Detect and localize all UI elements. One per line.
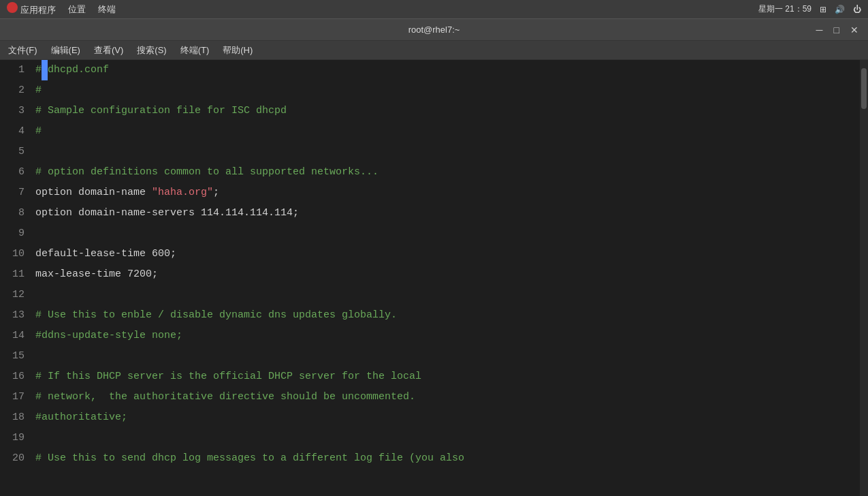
line-numbers: 1234567891011121314151617181920 (0, 60, 29, 496)
app-icon-container: 应用程序 (7, 2, 56, 16)
table-row: # If this DHCP server is the official DH… (35, 367, 860, 387)
line-number: 1 (0, 60, 25, 80)
table-row (35, 142, 860, 162)
line-number: 18 (0, 407, 25, 428)
title-bar: root@rhel7:~ ─ □ ✕ (0, 19, 868, 41)
code-area: 1234567891011121314151617181920 # dhcpd.… (0, 60, 868, 496)
menu-search[interactable]: 搜索(S) (131, 43, 172, 58)
table-row: # Sample configuration file for ISC dhcp… (35, 101, 860, 121)
line-number: 2 (0, 80, 25, 101)
table-row: max-lease-time 7200; (35, 264, 860, 285)
minimize-button[interactable]: ─ (814, 23, 826, 37)
scrollbar-track[interactable] (860, 60, 868, 496)
system-bar-right: 星期一 21：59 ⊞ 🔊 ⏻ (758, 3, 861, 15)
line-number: 5 (0, 142, 25, 162)
line-number: 13 (0, 305, 25, 326)
line-number: 20 (0, 448, 25, 469)
title-bar-controls: ─ □ ✕ (814, 23, 861, 37)
volume-icon: 🔊 (835, 5, 845, 14)
power-icon[interactable]: ⏻ (853, 5, 861, 14)
terminal-menu[interactable]: 终端 (98, 3, 116, 16)
line-number: 17 (0, 387, 25, 407)
window-title: root@rhel7:~ (408, 25, 460, 35)
line-number: 10 (0, 244, 25, 264)
code-lines[interactable]: # dhcpd.conf## Sample configuration file… (29, 60, 860, 496)
menu-edit[interactable]: 编辑(E) (46, 43, 86, 58)
table-row: # option definitions common to all suppo… (35, 162, 860, 183)
table-row: #authoritative; (35, 407, 860, 428)
system-bar-left: 应用程序 位置 终端 (7, 2, 116, 16)
table-row: option domain-name-servers 114.114.114.1… (35, 203, 860, 223)
table-row: # Use this to enble / disable dynamic dn… (35, 305, 860, 326)
editor-content[interactable]: 1234567891011121314151617181920 # dhcpd.… (0, 60, 868, 496)
line-number: 14 (0, 326, 25, 346)
table-row: default-lease-time 600; (35, 244, 860, 264)
table-row: # network, the authoritative directive s… (35, 387, 860, 407)
network-icon: ⊞ (820, 5, 826, 14)
table-row: option domain-name "haha.org"; (35, 183, 860, 203)
menu-bar: 文件(F) 编辑(E) 查看(V) 搜索(S) 终端(T) 帮助(H) (0, 41, 868, 60)
line-number: 11 (0, 264, 25, 285)
line-number: 8 (0, 203, 25, 223)
cursor (42, 60, 48, 80)
line-number: 4 (0, 121, 25, 142)
line-number: 9 (0, 223, 25, 244)
table-row (35, 428, 860, 448)
editor-container: 1234567891011121314151617181920 # dhcpd.… (0, 60, 868, 496)
system-bar: 应用程序 位置 终端 星期一 21：59 ⊞ 🔊 ⏻ (0, 0, 868, 19)
scrollbar-thumb[interactable] (861, 68, 867, 109)
table-row: # (35, 80, 860, 101)
line-number: 19 (0, 428, 25, 448)
table-row (35, 346, 860, 367)
app-menu[interactable]: 应用程序 (20, 5, 56, 15)
close-button[interactable]: ✕ (848, 23, 861, 37)
line-number: 12 (0, 285, 25, 305)
menu-help[interactable]: 帮助(H) (217, 43, 258, 58)
line-number: 16 (0, 367, 25, 387)
position-menu[interactable]: 位置 (68, 3, 86, 16)
line-number: 6 (0, 162, 25, 183)
table-row (35, 223, 860, 244)
line-number: 15 (0, 346, 25, 367)
menu-file[interactable]: 文件(F) (3, 43, 43, 58)
maximize-button[interactable]: □ (831, 23, 842, 37)
table-row: #ddns-update-style none; (35, 326, 860, 346)
menu-terminal[interactable]: 终端(T) (175, 43, 215, 58)
table-row: # dhcpd.conf (35, 60, 860, 80)
table-row: # Use this to send dhcp log messages to … (35, 448, 860, 469)
table-row: # (35, 121, 860, 142)
line-number: 3 (0, 101, 25, 121)
table-row (35, 285, 860, 305)
line-number: 7 (0, 183, 25, 203)
menu-view[interactable]: 查看(V) (89, 43, 129, 58)
redhat-icon (7, 2, 18, 13)
datetime: 星期一 21：59 (758, 3, 811, 15)
